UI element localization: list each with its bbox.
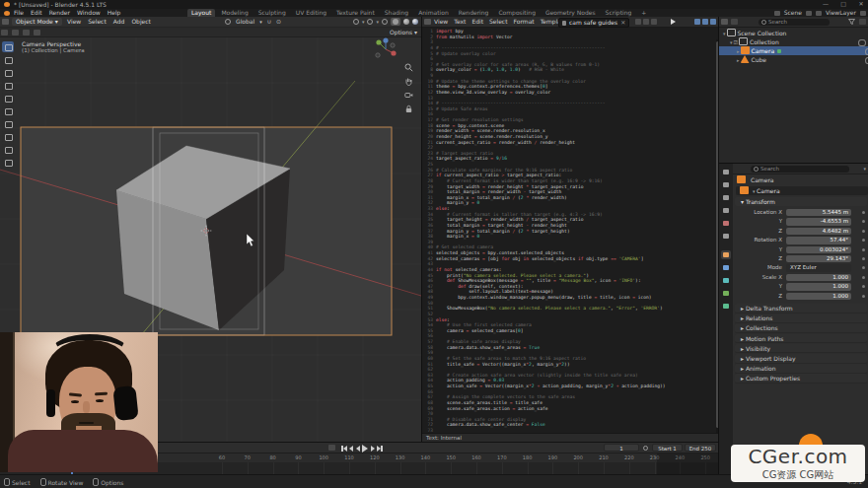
tool-move[interactable] bbox=[2, 80, 14, 91]
field-value-scale-x[interactable]: 1.000 bbox=[786, 274, 851, 281]
tool-option-icon-4[interactable] bbox=[34, 30, 40, 35]
previous-keyframe-button[interactable] bbox=[349, 446, 353, 452]
animate-dot-icon[interactable] bbox=[862, 220, 865, 223]
animate-dot-icon[interactable] bbox=[862, 266, 865, 269]
properties-tab-modifiers[interactable] bbox=[721, 263, 731, 272]
save-text-icon[interactable] bbox=[651, 19, 657, 25]
workspace-tab-geometry-nodes[interactable]: Geometry Nodes bbox=[542, 9, 600, 17]
workspace-tab-item[interactable]: + bbox=[637, 9, 650, 17]
jump-to-end-button[interactable] bbox=[377, 446, 383, 452]
panel-animation[interactable]: ▸ Animation bbox=[735, 364, 867, 374]
workspace-tab-scripting[interactable]: Scripting bbox=[602, 9, 636, 17]
panel-custom-properties[interactable]: ▸ Custom Properties bbox=[735, 374, 867, 383]
new-viewlayer-icon[interactable] bbox=[860, 11, 866, 16]
pan-hand-icon[interactable] bbox=[404, 77, 413, 86]
jump-to-start-button[interactable] bbox=[341, 446, 347, 452]
panel-relations[interactable]: ▸ Relations bbox=[735, 314, 867, 323]
field-value-mode[interactable]: XYZ Euler bbox=[786, 264, 851, 271]
transform-orientation-dropdown[interactable]: Global bbox=[236, 17, 254, 27]
properties-tab-object[interactable] bbox=[721, 250, 731, 259]
tool-tweak[interactable] bbox=[2, 41, 14, 52]
properties-tab-render[interactable] bbox=[721, 180, 731, 189]
workspace-tab-rendering[interactable]: Rendering bbox=[455, 9, 493, 17]
shading-wireframe-icon[interactable] bbox=[382, 19, 388, 25]
overlays-toggle-icon[interactable] bbox=[367, 19, 373, 25]
hide-eye-icon[interactable] bbox=[858, 39, 866, 46]
outliner-options-icon[interactable] bbox=[859, 19, 866, 25]
minimize-button[interactable]: — bbox=[821, 0, 831, 7]
camera-view-icon[interactable] bbox=[404, 91, 413, 100]
play-button[interactable] bbox=[362, 445, 368, 453]
field-value-z[interactable]: 4.6482 m bbox=[786, 228, 851, 235]
text-menu-text[interactable]: Text bbox=[454, 17, 466, 27]
viewlayer-selector[interactable]: ViewLayer bbox=[826, 9, 856, 17]
next-keyframe-button[interactable] bbox=[371, 446, 375, 452]
properties-tab-data[interactable] bbox=[721, 289, 731, 298]
workspace-tab-animation[interactable]: Animation bbox=[414, 9, 453, 17]
script-name-field[interactable]: cam safe guides ✕ bbox=[558, 18, 629, 28]
text-menu-view[interactable]: View bbox=[434, 17, 448, 27]
text-menu-edit[interactable]: Edit bbox=[471, 17, 483, 27]
tool-rotate[interactable] bbox=[2, 93, 14, 104]
syntax-highlight-toggle-icon[interactable] bbox=[710, 19, 716, 25]
mode-dropdown[interactable]: Object Mode ▾ bbox=[12, 18, 62, 26]
properties-tab-physics[interactable] bbox=[721, 276, 731, 285]
unlink-icon[interactable]: ✕ bbox=[620, 19, 625, 27]
viewport-menu-select[interactable]: Select bbox=[88, 17, 107, 27]
properties-search-input[interactable]: Search bbox=[751, 166, 849, 173]
workspace-tab-shading[interactable]: Shading bbox=[381, 9, 412, 17]
tool-measure[interactable] bbox=[2, 144, 14, 155]
run-script-button[interactable] bbox=[671, 19, 676, 25]
viewport-menu-view[interactable]: View bbox=[67, 17, 81, 27]
start-frame-field[interactable]: Start 1 bbox=[652, 444, 683, 452]
tool-transform[interactable] bbox=[2, 118, 14, 129]
blender-menu-icon[interactable] bbox=[4, 11, 10, 16]
code-area[interactable]: 1 2 3 4 5 6 7 8 9 10 11 12 13 14 15 16 1… bbox=[422, 28, 719, 441]
close-button[interactable]: ✕ bbox=[856, 0, 866, 7]
field-value-rotation-x[interactable]: 57.44° bbox=[786, 237, 851, 244]
panel-collections[interactable]: ▸ Collections bbox=[735, 323, 867, 333]
field-value-y[interactable]: -4.6553 m bbox=[786, 218, 851, 225]
field-value-z[interactable]: 1.000 bbox=[786, 293, 851, 300]
shading-material-icon[interactable] bbox=[403, 19, 409, 25]
text-menu-format[interactable]: Format bbox=[514, 17, 535, 27]
properties-tab-world[interactable] bbox=[721, 232, 731, 241]
options-dropdown[interactable]: Options ▾ bbox=[390, 28, 417, 36]
filter-funnel-icon[interactable] bbox=[848, 19, 855, 25]
properties-options-icon[interactable]: ▾ bbox=[863, 166, 866, 172]
tool-option-icon-2[interactable] bbox=[12, 30, 19, 35]
panel-motion-paths[interactable]: ▸ Motion Paths bbox=[735, 334, 867, 344]
menu-edit[interactable]: Edit bbox=[31, 9, 42, 17]
properties-tab-tool[interactable] bbox=[721, 168, 731, 176]
menu-window[interactable]: Window bbox=[77, 9, 101, 17]
workspace-tab-sculpting[interactable]: Sculpting bbox=[254, 9, 290, 17]
zoom-icon[interactable] bbox=[404, 63, 413, 72]
proportional-edit-icon[interactable]: ⊙ bbox=[276, 17, 281, 27]
tool-cursor[interactable] bbox=[2, 67, 14, 78]
current-frame-field[interactable]: 1 bbox=[604, 444, 639, 452]
panel-visibility[interactable]: ▸ Visibility bbox=[735, 344, 867, 354]
outliner-row-cube[interactable]: ▸Cube bbox=[719, 55, 868, 64]
gizmo-toggle-icon[interactable] bbox=[353, 19, 359, 25]
outliner-row-collection[interactable]: ▾☑Collection bbox=[719, 37, 868, 46]
display-mode-icon[interactable] bbox=[731, 19, 738, 25]
snap-magnet-icon[interactable]: ∪ bbox=[267, 17, 271, 27]
viewport-menu-object[interactable]: Object bbox=[131, 17, 151, 27]
properties-tab-view-layer[interactable] bbox=[721, 206, 731, 215]
outliner-row-scene-collection[interactable]: ▾Scene Collection bbox=[719, 29, 868, 37]
menu-file[interactable]: File bbox=[14, 9, 24, 17]
workspace-tab-modeling[interactable]: Modeling bbox=[217, 9, 252, 17]
animate-dot-icon[interactable] bbox=[862, 211, 865, 214]
open-text-icon[interactable] bbox=[643, 19, 649, 25]
field-value-location-x[interactable]: 5.5445 m bbox=[786, 209, 851, 216]
transform-panel-header[interactable]: ▾ Transform bbox=[735, 197, 867, 206]
menu-render[interactable]: Render bbox=[49, 9, 70, 17]
tool-option-icon-3[interactable] bbox=[23, 30, 30, 35]
panel-delta-transform[interactable]: ▸ Delta Transform bbox=[735, 304, 867, 314]
shading-solid-icon[interactable] bbox=[391, 18, 400, 26]
word-wrap-toggle-icon[interactable] bbox=[702, 19, 708, 25]
animate-dot-icon[interactable] bbox=[862, 239, 865, 242]
animate-dot-icon[interactable] bbox=[862, 295, 865, 298]
maximize-button[interactable]: □ bbox=[838, 0, 848, 7]
tool-add-cube[interactable] bbox=[2, 157, 14, 168]
